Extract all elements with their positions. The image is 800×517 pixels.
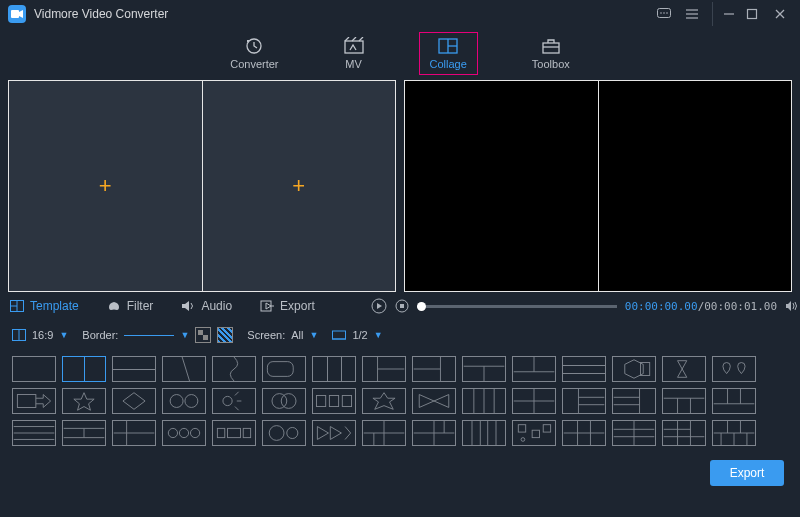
template-3x3-partial[interactable] [662, 420, 706, 446]
template-diamond[interactable] [112, 388, 156, 414]
template-t-up[interactable] [662, 388, 706, 414]
template-boxes-3[interactable] [212, 420, 256, 446]
subtab-audio[interactable]: Audio [181, 299, 232, 313]
template-3col[interactable] [312, 356, 356, 382]
play-button[interactable] [371, 298, 387, 314]
app-title: Vidmore Video Converter [34, 7, 168, 21]
timeline-slider[interactable] [417, 305, 617, 308]
filter-icon [107, 300, 121, 312]
border-style-selector[interactable] [124, 335, 174, 336]
titlebar: Vidmore Video Converter [0, 0, 800, 28]
svg-rect-28 [198, 330, 203, 335]
border-color-button[interactable] [195, 327, 211, 343]
screen-dropdown[interactable]: Screen: All ▼ [247, 329, 318, 341]
template-1x1[interactable] [12, 356, 56, 382]
screen-value: All [291, 329, 303, 341]
svg-rect-9 [748, 10, 757, 19]
template-3cells-a[interactable] [312, 388, 356, 414]
close-button[interactable] [768, 2, 792, 26]
template-arrow-box[interactable] [12, 388, 56, 414]
preview-slot-1 [405, 81, 598, 291]
template-hearts[interactable] [712, 356, 756, 382]
template-icon [10, 300, 24, 312]
template-3row[interactable] [562, 356, 606, 382]
chevron-down-icon: ▼ [59, 330, 68, 340]
mv-icon [343, 37, 365, 55]
template-2x3[interactable] [612, 420, 656, 446]
template-circles-2[interactable] [162, 388, 206, 414]
template-diag[interactable] [162, 356, 206, 382]
template-t-down[interactable] [712, 388, 756, 414]
template-inset[interactable] [262, 356, 306, 382]
border-pattern-button[interactable] [217, 327, 233, 343]
aspect-ratio-dropdown[interactable]: 16:9 ▼ [12, 329, 68, 341]
template-hex[interactable] [612, 356, 656, 382]
aspect-value: 16:9 [32, 329, 53, 341]
tab-mv[interactable]: MV [333, 33, 375, 74]
maximize-button[interactable] [740, 2, 764, 26]
border-options: Border: ▼ [82, 327, 233, 343]
minimize-button[interactable] [712, 2, 736, 26]
template-grid5b[interactable] [412, 420, 456, 446]
template-2x2[interactable] [512, 388, 556, 414]
template-3-1[interactable] [612, 388, 656, 414]
template-4col[interactable] [462, 388, 506, 414]
volume-icon[interactable] [785, 300, 799, 312]
template-tb-split[interactable] [462, 356, 506, 382]
template-triangles[interactable] [312, 420, 356, 446]
time-current: 00:00:00.00 [625, 300, 698, 313]
svg-rect-101 [543, 425, 550, 432]
template-circle-pair[interactable] [262, 420, 306, 446]
collage-slot-2[interactable]: + [203, 81, 396, 291]
template-star[interactable] [62, 388, 106, 414]
converter-icon [243, 37, 265, 55]
template-4row[interactable] [12, 420, 56, 446]
template-5col[interactable] [462, 420, 506, 446]
chevron-down-icon: ▼ [374, 330, 383, 340]
template-zigzag[interactable] [662, 356, 706, 382]
collage-slot-1[interactable]: + [9, 81, 202, 291]
tab-collage[interactable]: Collage [419, 32, 478, 75]
svg-rect-43 [640, 363, 649, 376]
stop-button[interactable] [395, 299, 409, 313]
tab-toolbox[interactable]: Toolbox [522, 33, 580, 74]
svg-point-87 [269, 426, 284, 441]
menu-icon[interactable] [680, 2, 704, 26]
template-3x2[interactable] [562, 420, 606, 446]
split-dropdown[interactable]: 1/2 ▼ [332, 329, 382, 341]
template-circles-overlap[interactable] [262, 388, 306, 414]
feedback-icon[interactable] [652, 2, 676, 26]
tab-converter[interactable]: Converter [220, 33, 288, 74]
template-2row[interactable] [112, 356, 156, 382]
svg-point-3 [663, 12, 665, 14]
template-sidebar-rows[interactable] [112, 420, 156, 446]
subtab-export[interactable]: Export [260, 299, 315, 313]
toolbox-icon [540, 37, 562, 55]
sub-tabs-row: Template Filter Audio Export 00:00:00.00… [0, 292, 800, 320]
template-circles-3[interactable] [162, 420, 206, 446]
time-duration: 00:00:01.00 [704, 300, 777, 313]
svg-point-51 [281, 394, 296, 409]
template-rl-split[interactable] [412, 356, 456, 382]
template-brick[interactable] [712, 420, 756, 446]
export-button[interactable]: Export [710, 460, 784, 486]
template-bowtie[interactable] [412, 388, 456, 414]
template-1-3[interactable] [562, 388, 606, 414]
template-curve[interactable] [212, 356, 256, 382]
subtab-template[interactable]: Template [10, 299, 79, 313]
template-bt-split[interactable] [512, 356, 556, 382]
svg-marker-46 [123, 393, 145, 410]
footer: Export [0, 452, 800, 494]
timeline-thumb[interactable] [417, 302, 426, 311]
subtab-filter[interactable]: Filter [107, 299, 154, 313]
template-header-2[interactable] [62, 420, 106, 446]
template-sun[interactable] [212, 388, 256, 414]
svg-point-2 [660, 12, 662, 14]
template-2col[interactable] [62, 356, 106, 382]
template-lr-split[interactable] [362, 356, 406, 382]
chevron-down-icon: ▼ [180, 330, 189, 340]
tab-label: MV [345, 58, 362, 70]
template-scatter[interactable] [512, 420, 556, 446]
template-grid5[interactable] [362, 420, 406, 446]
template-burst[interactable] [362, 388, 406, 414]
